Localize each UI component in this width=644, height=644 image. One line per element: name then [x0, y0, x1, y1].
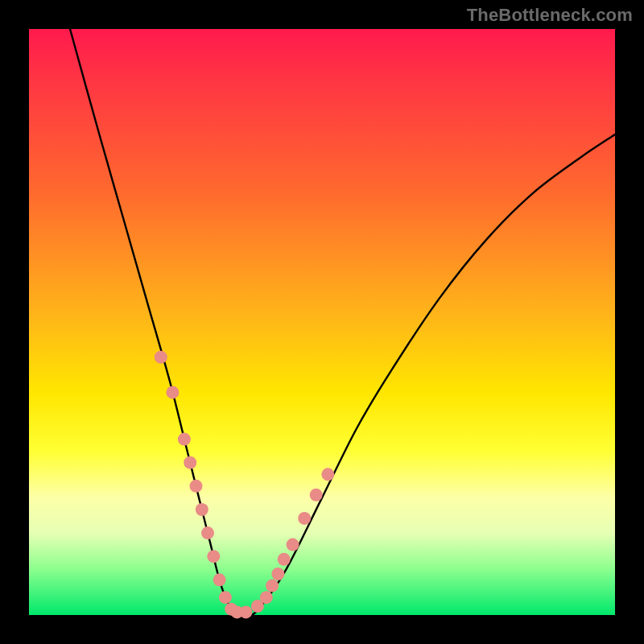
- highlight-dot: [166, 386, 179, 398]
- highlight-dots: [155, 351, 334, 619]
- highlight-dot: [278, 553, 291, 566]
- highlight-dot: [298, 512, 311, 525]
- highlight-dot: [271, 568, 284, 580]
- highlight-dot: [178, 433, 191, 446]
- highlight-dot: [321, 468, 334, 481]
- highlight-dot: [184, 456, 196, 469]
- highlight-dot: [310, 489, 323, 502]
- watermark-text: TheBottleneck.com: [467, 5, 633, 26]
- highlight-dot: [213, 573, 226, 586]
- chart-frame: TheBottleneck.com: [0, 0, 644, 644]
- highlight-dot: [207, 550, 220, 563]
- highlight-dot: [266, 580, 279, 592]
- highlight-dot: [201, 526, 214, 539]
- bottleneck-curve: [70, 29, 615, 617]
- highlight-dot: [196, 503, 208, 516]
- highlight-dot: [155, 351, 167, 364]
- highlight-dot: [287, 539, 299, 551]
- curve-layer: [29, 29, 615, 615]
- highlight-dot: [239, 605, 252, 618]
- highlight-dot: [190, 480, 203, 493]
- highlight-dot: [219, 591, 232, 604]
- plot-area: [29, 29, 615, 615]
- highlight-dot: [260, 591, 273, 604]
